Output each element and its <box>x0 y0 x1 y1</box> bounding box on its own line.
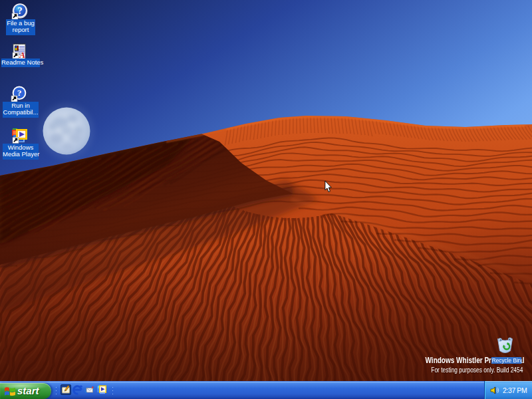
svg-text:?: ? <box>17 88 22 98</box>
svg-text:?: ? <box>17 5 23 16</box>
